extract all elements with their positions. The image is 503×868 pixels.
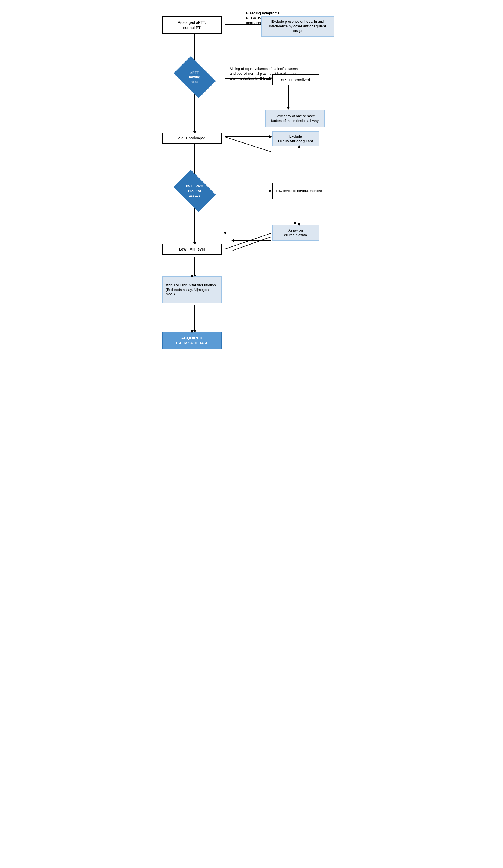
prolonged-aptt-text: Prolonged aPTT, normal PT — [178, 20, 206, 30]
diamond-aptt-label: aPTTmixingtest — [180, 70, 210, 84]
svg-marker-25 — [231, 239, 234, 242]
exclude-heparin-text: Exclude presence of heparin and interfer… — [265, 20, 331, 33]
aptt-prolonged-text: aPTT prolonged — [178, 136, 205, 141]
arrows-svg — [149, 8, 355, 820]
aptt-prolonged-box: aPTT prolonged — [162, 133, 222, 144]
exclude-lupus-box: ExcludeLupus Anticoagulant — [272, 131, 320, 146]
diamond-fviii-shape: FVIII, vWF,FIX, FXIassays — [173, 170, 216, 212]
assay-diluted-box: Assay ondiluted plasma — [272, 225, 320, 241]
low-levels-box: Low levels of several factors — [272, 183, 326, 199]
low-fviii-box: Low FVIII level — [162, 244, 222, 255]
svg-marker-18 — [269, 189, 272, 192]
svg-marker-9 — [287, 107, 290, 110]
flowchart: Prolonged aPTT, normal PT Bleeding sympt… — [149, 8, 355, 820]
acquired-haemophilia-box: ACQUIREDHAEMOPHILIA A — [162, 332, 222, 349]
svg-line-30 — [224, 233, 272, 249]
anti-fviii-box: Anti-FVIII inhibitor titer titration (Be… — [162, 276, 222, 303]
exclude-heparin-box: Exclude presence of heparin and interfer… — [261, 16, 334, 37]
low-fviii-text: Low FVIII level — [179, 247, 205, 251]
svg-marker-22 — [294, 222, 296, 225]
aptt-normalized-text: aPTT normalized — [281, 78, 310, 82]
svg-marker-32 — [223, 231, 226, 234]
acquired-haemophilia-text: ACQUIREDHAEMOPHILIA A — [176, 335, 208, 345]
svg-line-23 — [233, 237, 271, 250]
aptt-normalized-box: aPTT normalized — [272, 74, 320, 85]
diamond-fviii-assays: FVIII, vWF,FIX, FXIassays — [177, 176, 212, 206]
deficiency-text: Deficiency of one or morefactors of the … — [271, 114, 319, 123]
diamond-aptt-mixing: aPTTmixingtest — [177, 62, 212, 92]
arrows-svg-2 — [149, 8, 355, 820]
prolonged-aptt-box: Prolonged aPTT, normal PT — [162, 16, 222, 34]
exclude-lupus-text: ExcludeLupus Anticoagulant — [278, 134, 313, 144]
diamond-aptt-shape: aPTTmixingtest — [173, 56, 216, 98]
low-levels-text: Low levels of several factors — [276, 189, 322, 193]
anti-fviii-text: Anti-FVIII inhibitor titer titration (Be… — [166, 283, 218, 297]
diamond-fviii-label: FVIII, vWF,FIX, FXIassays — [180, 184, 210, 198]
svg-line-12 — [224, 137, 271, 152]
svg-marker-14 — [269, 135, 272, 138]
deficiency-box: Deficiency of one or morefactors of the … — [265, 110, 325, 127]
assay-diluted-text: Assay ondiluted plasma — [284, 228, 307, 238]
arrows-svg-3 — [149, 8, 355, 820]
